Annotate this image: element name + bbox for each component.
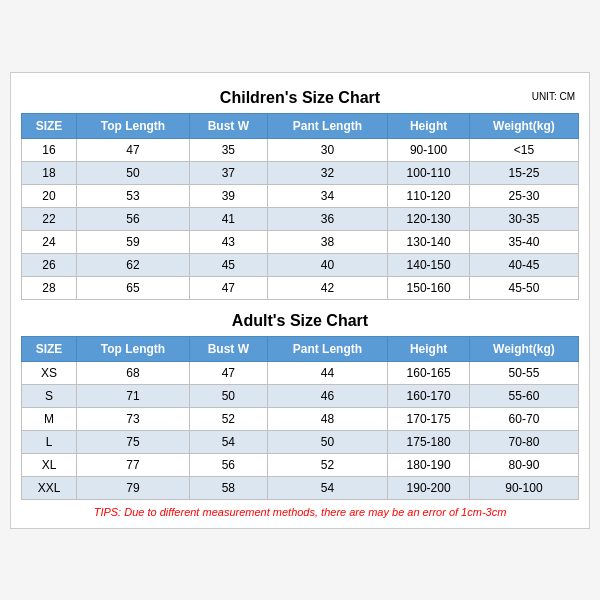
table-cell: 24 [22,230,77,253]
table-cell: 34 [267,184,388,207]
table-cell: 22 [22,207,77,230]
adults-col-height: Height [388,336,470,361]
table-cell: 46 [267,384,388,407]
table-cell: 52 [267,453,388,476]
adults-col-size: SIZE [22,336,77,361]
table-row: M735248170-17560-70 [22,407,579,430]
table-row: L755450175-18070-80 [22,430,579,453]
table-cell: 47 [190,361,268,384]
table-row: 28654742150-16045-50 [22,276,579,299]
children-col-height: Height [388,113,470,138]
table-cell: M [22,407,77,430]
table-cell: 25-30 [469,184,578,207]
table-cell: 90-100 [388,138,470,161]
table-cell: 55-60 [469,384,578,407]
table-cell: 41 [190,207,268,230]
children-title: Children's Size Chart UNIT: CM [21,83,579,109]
table-cell: 73 [76,407,189,430]
table-cell: 160-170 [388,384,470,407]
children-col-bust-w: Bust W [190,113,268,138]
table-cell: 53 [76,184,189,207]
table-cell: 54 [190,430,268,453]
table-cell: 56 [190,453,268,476]
table-cell: 30-35 [469,207,578,230]
table-cell: 170-175 [388,407,470,430]
adults-col-weight: Weight(kg) [469,336,578,361]
table-cell: 32 [267,161,388,184]
table-cell: 40-45 [469,253,578,276]
adults-header-row: SIZE Top Length Bust W Pant Length Heigh… [22,336,579,361]
table-row: S715046160-17055-60 [22,384,579,407]
adults-tbody: XS684744160-16550-55S715046160-17055-60M… [22,361,579,499]
adults-table: SIZE Top Length Bust W Pant Length Heigh… [21,336,579,500]
table-cell: L [22,430,77,453]
children-title-text: Children's Size Chart [220,89,380,106]
table-cell: 130-140 [388,230,470,253]
adults-title-text: Adult's Size Chart [232,312,368,329]
table-cell: 38 [267,230,388,253]
children-col-pant-length: Pant Length [267,113,388,138]
table-cell: 50 [76,161,189,184]
children-header-row: SIZE Top Length Bust W Pant Length Heigh… [22,113,579,138]
table-cell: 58 [190,476,268,499]
adults-col-pant-length: Pant Length [267,336,388,361]
table-row: 1647353090-100<15 [22,138,579,161]
table-cell: 39 [190,184,268,207]
unit-label: UNIT: CM [532,91,575,102]
table-cell: 44 [267,361,388,384]
table-cell: 52 [190,407,268,430]
table-cell: 50 [267,430,388,453]
table-cell: 65 [76,276,189,299]
table-cell: 45 [190,253,268,276]
table-cell: 35-40 [469,230,578,253]
table-cell: 77 [76,453,189,476]
table-cell: 80-90 [469,453,578,476]
table-row: 26624540140-15040-45 [22,253,579,276]
table-row: XS684744160-16550-55 [22,361,579,384]
table-cell: 60-70 [469,407,578,430]
table-cell: 70-80 [469,430,578,453]
table-cell: 50-55 [469,361,578,384]
size-chart-container: Children's Size Chart UNIT: CM SIZE Top … [10,72,590,529]
adults-title: Adult's Size Chart [21,306,579,332]
children-col-weight: Weight(kg) [469,113,578,138]
table-row: 18503732100-11015-25 [22,161,579,184]
table-cell: 18 [22,161,77,184]
table-cell: S [22,384,77,407]
table-cell: 160-165 [388,361,470,384]
table-cell: XXL [22,476,77,499]
table-cell: 45-50 [469,276,578,299]
table-row: XL775652180-19080-90 [22,453,579,476]
table-cell: 62 [76,253,189,276]
table-cell: 190-200 [388,476,470,499]
table-cell: 50 [190,384,268,407]
table-cell: 43 [190,230,268,253]
tips-text: TIPS: Due to different measurement metho… [21,506,579,518]
table-cell: 56 [76,207,189,230]
table-cell: <15 [469,138,578,161]
table-cell: 150-160 [388,276,470,299]
table-cell: 37 [190,161,268,184]
table-cell: 175-180 [388,430,470,453]
table-row: 22564136120-13030-35 [22,207,579,230]
table-cell: 68 [76,361,189,384]
table-cell: 35 [190,138,268,161]
table-cell: 26 [22,253,77,276]
table-cell: 20 [22,184,77,207]
adults-col-top-length: Top Length [76,336,189,361]
table-cell: 42 [267,276,388,299]
table-cell: 36 [267,207,388,230]
table-row: 24594338130-14035-40 [22,230,579,253]
table-cell: 100-110 [388,161,470,184]
table-cell: 140-150 [388,253,470,276]
table-cell: 16 [22,138,77,161]
table-cell: 120-130 [388,207,470,230]
children-table: SIZE Top Length Bust W Pant Length Heigh… [21,113,579,300]
table-cell: 59 [76,230,189,253]
table-cell: 15-25 [469,161,578,184]
children-tbody: 1647353090-100<1518503732100-11015-25205… [22,138,579,299]
table-cell: 71 [76,384,189,407]
adults-col-bust-w: Bust W [190,336,268,361]
table-row: 20533934110-12025-30 [22,184,579,207]
table-cell: 28 [22,276,77,299]
